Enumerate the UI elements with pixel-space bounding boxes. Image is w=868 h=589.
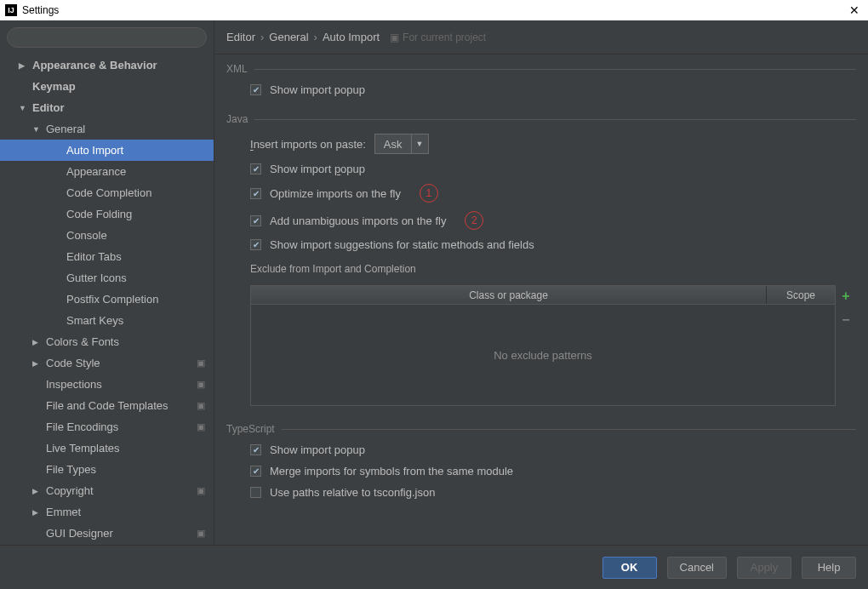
tree-item-code-completion[interactable]: Code Completion: [0, 182, 214, 203]
chevron-down-icon: ▼: [19, 104, 29, 112]
select-value: Ask: [375, 138, 411, 151]
tree-item-label: Keymap: [32, 80, 76, 93]
label-unambiguous-imports: Add unambiguous imports on the fly: [270, 214, 446, 227]
tree-item-label: Inspections: [46, 378, 102, 391]
checkbox-ts-merge[interactable]: [250, 466, 261, 477]
checkbox-static-suggestions[interactable]: [250, 239, 261, 250]
tree-item-editor-tabs[interactable]: Editor Tabs: [0, 246, 214, 267]
annotation-2: 2: [465, 211, 483, 230]
section-java: Java Insert imports on paste: Ask ▼ Show…: [226, 113, 856, 411]
close-icon[interactable]: ✕: [846, 3, 863, 17]
tree-item-appearance-behavior[interactable]: ▶Appearance & Behavior: [0, 54, 214, 76]
tree-item-live-templates[interactable]: Live Templates: [0, 437, 214, 459]
tree-item-label: Smart Keys: [66, 314, 123, 327]
remove-icon[interactable]: −: [842, 312, 849, 328]
tree-item-label: Emmet: [46, 506, 81, 518]
app-icon: IJ: [5, 4, 17, 16]
checkbox-optimize-imports[interactable]: [250, 188, 261, 199]
checkbox-ts-paths[interactable]: [250, 487, 261, 498]
select-insert-on-paste[interactable]: Ask ▼: [374, 134, 429, 154]
label-ts-merge: Merge imports for symbols from the same …: [270, 465, 513, 477]
tree-item-label: Auto Import: [66, 144, 123, 157]
chevron-down-icon: ▼: [32, 125, 43, 134]
tree-item-colors-fonts[interactable]: ▶Colors & Fonts: [0, 331, 214, 352]
exclude-table[interactable]: Class or package Scope No exclude patter…: [250, 285, 836, 406]
cancel-button[interactable]: Cancel: [667, 557, 727, 579]
tree-item-label: Colors & Fonts: [46, 335, 119, 348]
tree-item-gui-designer[interactable]: GUI Designer▣: [0, 523, 214, 544]
column-scope[interactable]: Scope: [767, 286, 835, 304]
tree-item-label: Postfix Completion: [66, 293, 158, 306]
label-java-show-popup: Show import popup: [270, 163, 365, 175]
tree-item-keymap[interactable]: Keymap: [0, 76, 214, 97]
chevron-right-icon: ›: [260, 31, 264, 43]
tree-item-smart-keys[interactable]: Smart Keys: [0, 310, 214, 331]
tree-item-label: Editor Tabs: [66, 250, 122, 263]
tree-item-appearance[interactable]: Appearance: [0, 161, 214, 182]
label-insert-on-paste: Insert imports on paste:: [250, 138, 366, 151]
apply-button[interactable]: Apply: [737, 557, 791, 579]
add-icon[interactable]: +: [842, 289, 849, 304]
label-ts-paths: Use paths relative to tsconfig.json: [270, 486, 435, 499]
section-legend: Java: [226, 113, 254, 125]
table-empty-text: No exclude patterns: [251, 305, 835, 405]
label-optimize-imports: Optimize imports on the fly: [270, 187, 401, 200]
label-xml-show-popup: Show import popup: [270, 83, 365, 96]
checkbox-java-show-popup[interactable]: [250, 163, 261, 174]
chevron-right-icon: ›: [314, 31, 317, 43]
tree-item-label: GUI Designer: [46, 527, 113, 540]
annotation-1: 1: [420, 184, 438, 203]
section-legend: XML: [226, 63, 254, 75]
chevron-right-icon: ▶: [32, 359, 43, 368]
tree-item-editor[interactable]: ▼Editor: [0, 97, 214, 118]
tree-item-file-encodings[interactable]: File Encodings▣: [0, 416, 214, 437]
tree-item-code-style[interactable]: ▶Code Style▣: [0, 352, 214, 374]
column-class[interactable]: Class or package: [251, 286, 767, 304]
section-xml: XML Show import popup: [226, 63, 856, 101]
tree-item-console[interactable]: Console: [0, 225, 214, 246]
checkbox-ts-show-popup[interactable]: [250, 444, 261, 455]
breadcrumb-part[interactable]: Editor: [226, 31, 255, 43]
tree-item-inspections[interactable]: Inspections▣: [0, 374, 214, 395]
tree-item-label: Gutter Icons: [66, 272, 127, 284]
tree-item-file-types[interactable]: File Types: [0, 459, 214, 480]
titlebar: IJ Settings ✕: [0, 0, 868, 20]
tree-item-general[interactable]: ▼General: [0, 118, 214, 140]
project-icon: ▣: [390, 31, 399, 43]
tree-item-copyright[interactable]: ▶Copyright▣: [0, 480, 214, 501]
project-icon: ▣: [197, 485, 205, 496]
tree-item-label: Copyright: [46, 484, 94, 497]
chevron-right-icon: ▶: [19, 61, 29, 70]
tree-item-auto-import[interactable]: Auto Import: [0, 140, 214, 161]
search-input[interactable]: [7, 27, 207, 48]
checkbox-unambiguous-imports[interactable]: [250, 215, 261, 226]
tree-item-label: Editor: [32, 101, 65, 114]
chevron-right-icon: ▶: [32, 338, 43, 346]
label-static-suggestions: Show import suggestions for static metho…: [270, 238, 534, 251]
sidebar: 🔍 ▶Appearance & BehaviorKeymap▼Editor▼Ge…: [0, 20, 214, 545]
tree-item-gutter-icons[interactable]: Gutter Icons: [0, 267, 214, 289]
tree-item-label: Console: [66, 229, 107, 242]
checkbox-xml-show-popup[interactable]: [250, 84, 261, 95]
label-ts-show-popup: Show import popup: [270, 443, 365, 456]
breadcrumb-part: Auto Import: [323, 31, 380, 43]
chevron-right-icon: ▶: [32, 508, 43, 517]
main-panel: Editor › General › Auto Import ▣ For cur…: [214, 20, 868, 545]
tree-item-label: General: [46, 123, 85, 135]
project-icon: ▣: [197, 528, 205, 539]
dialog-footer: OK Cancel Apply Help: [0, 545, 868, 589]
project-icon: ▣: [197, 400, 205, 411]
tree-item-emmet[interactable]: ▶Emmet: [0, 501, 214, 523]
tree-item-label: Code Style: [46, 357, 100, 369]
chevron-right-icon: ▶: [32, 487, 43, 495]
breadcrumb-part[interactable]: General: [269, 31, 308, 43]
ok-button[interactable]: OK: [602, 557, 657, 579]
tree-item-file-and-code-templates[interactable]: File and Code Templates▣: [0, 395, 214, 416]
project-icon: ▣: [197, 357, 205, 369]
tree-item-label: File Types: [46, 463, 96, 476]
tree-item-label: Appearance & Behavior: [32, 59, 157, 71]
help-button[interactable]: Help: [802, 557, 856, 579]
tree-item-code-folding[interactable]: Code Folding: [0, 203, 214, 225]
tree-item-postfix-completion[interactable]: Postfix Completion: [0, 289, 214, 310]
chevron-down-icon: ▼: [411, 134, 428, 153]
